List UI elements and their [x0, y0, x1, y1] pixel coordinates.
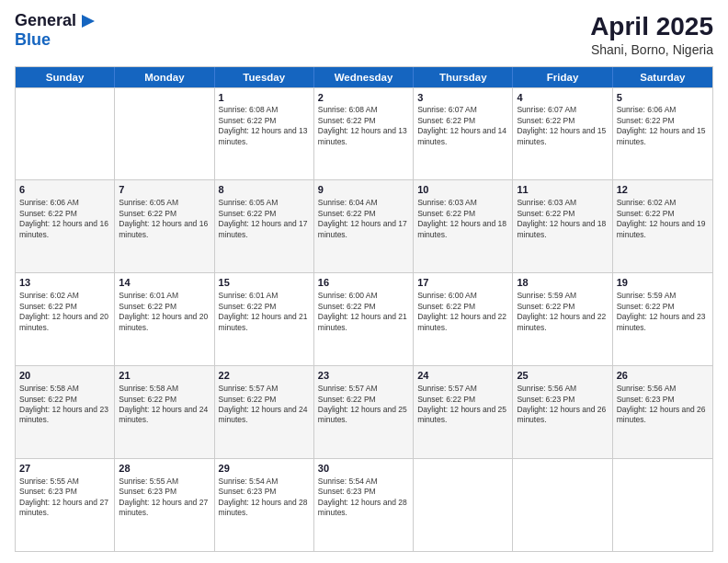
header-sunday: Sunday — [16, 67, 115, 87]
header-tuesday: Tuesday — [215, 67, 314, 87]
cell-sun-info: Sunrise: 5:56 AMSunset: 6:23 PMDaylight:… — [617, 384, 709, 426]
calendar-cell-r2c2: 7Sunrise: 6:05 AMSunset: 6:22 PMDaylight… — [115, 180, 214, 272]
day-number: 2 — [318, 91, 409, 105]
calendar-row-3: 13Sunrise: 6:02 AMSunset: 6:22 PMDayligh… — [16, 272, 712, 365]
day-number: 5 — [617, 91, 709, 105]
day-number: 22 — [219, 369, 310, 383]
calendar-cell-r1c3: 1Sunrise: 6:08 AMSunset: 6:22 PMDaylight… — [215, 88, 314, 180]
day-number: 20 — [19, 369, 110, 383]
cell-sun-info: Sunrise: 6:08 AMSunset: 6:22 PMDaylight:… — [219, 105, 310, 147]
day-number: 12 — [617, 183, 709, 197]
cell-sun-info: Sunrise: 5:59 AMSunset: 6:22 PMDaylight:… — [617, 291, 709, 333]
cell-sun-info: Sunrise: 6:01 AMSunset: 6:22 PMDaylight:… — [219, 291, 310, 333]
calendar-cell-r5c3: 29Sunrise: 5:54 AMSunset: 6:23 PMDayligh… — [215, 459, 314, 551]
cell-sun-info: Sunrise: 5:58 AMSunset: 6:22 PMDaylight:… — [119, 384, 210, 426]
calendar-cell-r5c7 — [613, 459, 712, 551]
calendar-cell-r2c6: 11Sunrise: 6:03 AMSunset: 6:22 PMDayligh… — [513, 180, 612, 272]
day-number: 18 — [517, 276, 608, 290]
cell-sun-info: Sunrise: 6:06 AMSunset: 6:22 PMDaylight:… — [19, 198, 110, 240]
calendar-cell-r4c3: 22Sunrise: 5:57 AMSunset: 6:22 PMDayligh… — [215, 366, 314, 458]
day-number: 15 — [219, 276, 310, 290]
day-number: 16 — [318, 276, 409, 290]
cell-sun-info: Sunrise: 6:04 AMSunset: 6:22 PMDaylight:… — [318, 198, 409, 240]
title-block: April 2025 Shani, Borno, Nigeria — [590, 11, 713, 57]
day-number: 11 — [517, 183, 608, 197]
calendar-cell-r3c4: 16Sunrise: 6:00 AMSunset: 6:22 PMDayligh… — [314, 273, 414, 365]
calendar-cell-r5c1: 27Sunrise: 5:55 AMSunset: 6:23 PMDayligh… — [16, 459, 115, 551]
calendar-cell-r3c6: 18Sunrise: 5:59 AMSunset: 6:22 PMDayligh… — [513, 273, 612, 365]
day-number: 24 — [417, 369, 508, 383]
header-thursday: Thursday — [414, 67, 513, 87]
cell-sun-info: Sunrise: 5:58 AMSunset: 6:22 PMDaylight:… — [19, 384, 110, 426]
month-title: April 2025 — [590, 11, 713, 42]
calendar-cell-r1c1 — [16, 88, 115, 180]
cell-sun-info: Sunrise: 6:07 AMSunset: 6:22 PMDaylight:… — [517, 105, 608, 147]
cell-sun-info: Sunrise: 6:01 AMSunset: 6:22 PMDaylight:… — [119, 291, 210, 333]
calendar-cell-r4c4: 23Sunrise: 5:57 AMSunset: 6:22 PMDayligh… — [314, 366, 414, 458]
day-number: 19 — [617, 276, 709, 290]
day-number: 1 — [219, 91, 310, 105]
cell-sun-info: Sunrise: 6:00 AMSunset: 6:22 PMDaylight:… — [417, 291, 508, 333]
page: General Blue April 2025 Shani, Borno, Ni… — [0, 0, 728, 563]
cell-sun-info: Sunrise: 6:05 AMSunset: 6:22 PMDaylight:… — [119, 198, 210, 240]
logo-general: General — [15, 12, 76, 30]
day-number: 9 — [318, 183, 409, 197]
calendar-cell-r5c5 — [414, 459, 513, 551]
day-number: 25 — [517, 369, 608, 383]
header: General Blue April 2025 Shani, Borno, Ni… — [15, 11, 713, 57]
calendar-cell-r4c2: 21Sunrise: 5:58 AMSunset: 6:22 PMDayligh… — [115, 366, 214, 458]
calendar-cell-r4c7: 26Sunrise: 5:56 AMSunset: 6:23 PMDayligh… — [613, 366, 712, 458]
day-number: 4 — [517, 91, 608, 105]
day-number: 26 — [617, 369, 709, 383]
header-saturday: Saturday — [613, 67, 712, 87]
calendar-cell-r2c4: 9Sunrise: 6:04 AMSunset: 6:22 PMDaylight… — [314, 180, 414, 272]
calendar-cell-r2c1: 6Sunrise: 6:06 AMSunset: 6:22 PMDaylight… — [16, 180, 115, 272]
day-number: 13 — [19, 276, 110, 290]
day-number: 3 — [417, 91, 508, 105]
calendar-cell-r1c5: 3Sunrise: 6:07 AMSunset: 6:22 PMDaylight… — [414, 88, 513, 180]
calendar-cell-r1c4: 2Sunrise: 6:08 AMSunset: 6:22 PMDaylight… — [314, 88, 414, 180]
calendar-cell-r2c3: 8Sunrise: 6:05 AMSunset: 6:22 PMDaylight… — [215, 180, 314, 272]
calendar-header: Sunday Monday Tuesday Wednesday Thursday… — [16, 67, 712, 87]
cell-sun-info: Sunrise: 5:55 AMSunset: 6:23 PMDaylight:… — [119, 477, 210, 519]
day-number: 6 — [19, 183, 110, 197]
header-monday: Monday — [115, 67, 214, 87]
calendar-row-5: 27Sunrise: 5:55 AMSunset: 6:23 PMDayligh… — [16, 458, 712, 551]
day-number: 29 — [219, 462, 310, 476]
cell-sun-info: Sunrise: 5:57 AMSunset: 6:22 PMDaylight:… — [318, 384, 409, 426]
calendar-cell-r1c6: 4Sunrise: 6:07 AMSunset: 6:22 PMDaylight… — [513, 88, 612, 180]
calendar-cell-r1c2 — [115, 88, 214, 180]
cell-sun-info: Sunrise: 6:06 AMSunset: 6:22 PMDaylight:… — [617, 105, 709, 147]
day-number: 21 — [119, 369, 210, 383]
calendar-cell-r3c2: 14Sunrise: 6:01 AMSunset: 6:22 PMDayligh… — [115, 273, 214, 365]
calendar-cell-r3c3: 15Sunrise: 6:01 AMSunset: 6:22 PMDayligh… — [215, 273, 314, 365]
logo-icon — [78, 11, 98, 31]
day-number: 27 — [19, 462, 110, 476]
header-friday: Friday — [513, 67, 612, 87]
cell-sun-info: Sunrise: 5:55 AMSunset: 6:23 PMDaylight:… — [19, 477, 110, 519]
location: Shani, Borno, Nigeria — [590, 42, 713, 57]
calendar: Sunday Monday Tuesday Wednesday Thursday… — [15, 66, 713, 552]
cell-sun-info: Sunrise: 5:59 AMSunset: 6:22 PMDaylight:… — [517, 291, 608, 333]
day-number: 23 — [318, 369, 409, 383]
calendar-row-4: 20Sunrise: 5:58 AMSunset: 6:22 PMDayligh… — [16, 365, 712, 458]
day-number: 17 — [417, 276, 508, 290]
logo: General Blue — [15, 11, 98, 50]
cell-sun-info: Sunrise: 5:57 AMSunset: 6:22 PMDaylight:… — [219, 384, 310, 426]
calendar-cell-r1c7: 5Sunrise: 6:06 AMSunset: 6:22 PMDaylight… — [613, 88, 712, 180]
calendar-row-1: 1Sunrise: 6:08 AMSunset: 6:22 PMDaylight… — [16, 87, 712, 180]
cell-sun-info: Sunrise: 6:05 AMSunset: 6:22 PMDaylight:… — [219, 198, 310, 240]
calendar-cell-r3c5: 17Sunrise: 6:00 AMSunset: 6:22 PMDayligh… — [414, 273, 513, 365]
cell-sun-info: Sunrise: 6:08 AMSunset: 6:22 PMDaylight:… — [318, 105, 409, 147]
day-number: 14 — [119, 276, 210, 290]
cell-sun-info: Sunrise: 6:02 AMSunset: 6:22 PMDaylight:… — [617, 198, 709, 240]
logo-blue: Blue — [15, 31, 51, 50]
calendar-cell-r5c4: 30Sunrise: 5:54 AMSunset: 6:23 PMDayligh… — [314, 459, 414, 551]
calendar-row-2: 6Sunrise: 6:06 AMSunset: 6:22 PMDaylight… — [16, 179, 712, 272]
calendar-cell-r4c6: 25Sunrise: 5:56 AMSunset: 6:23 PMDayligh… — [513, 366, 612, 458]
cell-sun-info: Sunrise: 6:00 AMSunset: 6:22 PMDaylight:… — [318, 291, 409, 333]
calendar-body: 1Sunrise: 6:08 AMSunset: 6:22 PMDaylight… — [16, 87, 712, 551]
cell-sun-info: Sunrise: 5:54 AMSunset: 6:23 PMDaylight:… — [219, 477, 310, 519]
calendar-cell-r4c1: 20Sunrise: 5:58 AMSunset: 6:22 PMDayligh… — [16, 366, 115, 458]
svg-marker-0 — [82, 15, 95, 28]
